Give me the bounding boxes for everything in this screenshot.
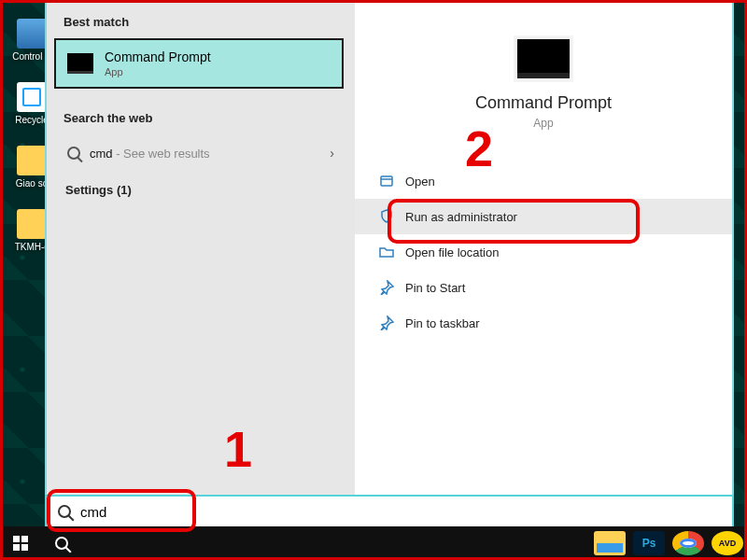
search-icon [58, 505, 71, 518]
folder-icon [379, 245, 394, 259]
action-pinstart[interactable]: Pin to Start [355, 270, 732, 305]
recycle-bin-icon [17, 82, 47, 112]
action-label: Open file location [405, 245, 499, 259]
svg-rect-1 [13, 536, 20, 542]
action-label: Run as administrator [405, 210, 517, 224]
taskbar-app-explorer[interactable] [594, 531, 626, 555]
taskbar-app-avd[interactable]: AVD [712, 531, 743, 555]
settings-group-row[interactable]: Settings (1) [63, 175, 338, 204]
folder-1-icon [17, 146, 47, 175]
action-pintaskbar[interactable]: Pin to taskbar [355, 305, 732, 341]
pin-icon [379, 280, 394, 295]
best-match-heading: Best match [47, 2, 355, 38]
preview-subtitle: App [355, 117, 732, 130]
web-result-term: cmd [90, 147, 113, 161]
action-label: Pin to Start [405, 281, 465, 295]
preview-title: Command Prompt [355, 93, 732, 113]
settings-group-label: Settings (1) [65, 183, 132, 197]
best-match-text: Command Prompt App [105, 49, 211, 77]
control-panel-icon [17, 19, 47, 49]
pin-icon [379, 315, 394, 330]
start-search-panel: Best match Command Prompt App Search the… [45, 0, 734, 506]
web-result-row[interactable]: cmd - See web results › [60, 136, 342, 170]
folder-2-icon [17, 209, 47, 239]
action-label: Pin to taskbar [405, 316, 480, 330]
best-match-title: Command Prompt [105, 49, 211, 64]
svg-rect-2 [21, 536, 28, 542]
best-match-subtitle: App [105, 66, 211, 77]
action-runadmin[interactable]: Run as administrator [355, 199, 732, 234]
cmd-icon [67, 53, 93, 74]
action-openloc[interactable]: Open file location [355, 234, 732, 270]
search-icon [55, 537, 68, 550]
desktop-icon-label: Giao so [16, 178, 48, 189]
desktop-icon-label: TKMH-c [15, 242, 49, 252]
open-icon [379, 174, 394, 189]
taskbar-search-box[interactable] [45, 495, 734, 528]
best-match-result[interactable]: Command Prompt App [54, 38, 344, 89]
web-result-hint: - See web results [113, 147, 210, 161]
svg-rect-3 [13, 544, 20, 551]
desktop-icon-label: Recycle [15, 115, 49, 125]
search-web-heading: Search the web [47, 98, 355, 134]
start-button[interactable] [0, 526, 41, 560]
action-open[interactable]: Open [355, 163, 732, 199]
preview-action-list: OpenRun as administratorOpen file locati… [355, 163, 732, 341]
preview-app-icon [517, 39, 570, 78]
search-icon [67, 147, 80, 160]
taskbar-app-photoshop[interactable]: Ps [633, 531, 665, 555]
search-input[interactable] [80, 504, 721, 520]
result-preview-pane: Command Prompt App OpenRun as administra… [355, 2, 732, 504]
svg-rect-0 [381, 176, 392, 186]
action-label: Open [405, 175, 435, 189]
chevron-right-icon: › [330, 146, 334, 161]
shield-icon [379, 209, 394, 224]
taskbar-search-button[interactable] [41, 526, 82, 560]
taskbar-app-chrome[interactable] [672, 531, 704, 555]
svg-rect-4 [21, 544, 28, 551]
taskbar: Ps AVD [0, 526, 747, 560]
search-results-column: Best match Command Prompt App Search the… [47, 2, 355, 504]
